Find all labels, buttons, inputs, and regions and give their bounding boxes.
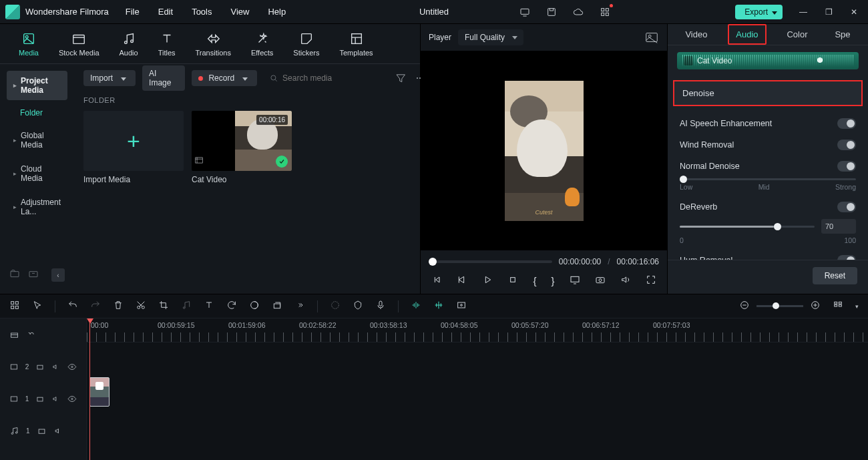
menu-file[interactable]: File: [126, 7, 140, 17]
dereverb-value[interactable]: 70: [821, 219, 856, 234]
menu-edit[interactable]: Edit: [158, 7, 173, 17]
volume-icon[interactable]: [620, 274, 631, 287]
apps-icon[interactable]: [595, 2, 615, 22]
sidebar-global-media[interactable]: ▸Global Media: [7, 126, 67, 155]
cloud-icon[interactable]: [568, 2, 588, 22]
tab-transitions[interactable]: Transitions: [196, 31, 231, 57]
tab-media[interactable]: Media: [19, 31, 39, 57]
minimize-button[interactable]: —: [795, 3, 812, 21]
sidebar-adjustment-layer[interactable]: ▸Adjustment La...: [7, 192, 67, 222]
playhead-scrubber[interactable]: [429, 260, 552, 263]
ai-image-button[interactable]: AI Image: [142, 65, 185, 91]
hum-removal-toggle[interactable]: [837, 255, 856, 260]
tl-view-caret-icon[interactable]: ▾: [855, 303, 859, 310]
tl-audio-sync-icon[interactable]: [411, 300, 421, 312]
tab-effects[interactable]: Effects: [251, 31, 273, 57]
fullscreen-icon[interactable]: [646, 274, 656, 287]
tl-redo-icon[interactable]: [90, 300, 101, 312]
tl-layer-icon[interactable]: [272, 300, 282, 312]
tl-auto-cut-icon[interactable]: [433, 300, 444, 312]
tl-marker-icon[interactable]: [353, 300, 363, 312]
sidebar-folder[interactable]: Folder: [7, 104, 67, 122]
menu-help[interactable]: Help: [268, 7, 286, 17]
track-header-v2[interactable]: 2: [0, 351, 86, 383]
wind-removal-toggle[interactable]: [837, 140, 856, 150]
svg-rect-3: [606, 8, 609, 11]
save-icon[interactable]: [541, 2, 562, 22]
play-icon[interactable]: [482, 274, 493, 287]
ai-speech-toggle[interactable]: [837, 118, 856, 129]
tab-stock-media[interactable]: Stock Media: [59, 31, 99, 57]
tab-templates[interactable]: Templates: [339, 31, 373, 57]
playhead[interactable]: [89, 318, 90, 460]
preview-viewport[interactable]: Cutest: [421, 51, 667, 250]
import-dropdown[interactable]: Import: [83, 70, 136, 86]
denoise-section-header[interactable]: Denoise: [673, 80, 863, 106]
step-back-icon[interactable]: [457, 274, 467, 287]
track-header-v1[interactable]: 1: [0, 383, 86, 415]
close-button[interactable]: ✕: [845, 3, 863, 21]
tl-magnet-icon[interactable]: [9, 300, 20, 312]
tl-select-icon[interactable]: [32, 300, 43, 312]
filter-icon[interactable]: [395, 71, 407, 85]
sidebar-cloud-media[interactable]: ▸Cloud Media: [7, 159, 67, 188]
tl-color-icon[interactable]: [249, 300, 260, 312]
zoom-in-icon[interactable]: [810, 300, 821, 312]
menu-view[interactable]: View: [230, 7, 249, 17]
maximize-button[interactable]: ❐: [820, 3, 837, 21]
timeline-ruler[interactable]: 00:00 00:00:59:15 00:01:59:06 00:02:58:2…: [87, 318, 868, 342]
snapshot-icon[interactable]: [644, 30, 659, 45]
zoom-out-icon[interactable]: [739, 300, 750, 312]
timeline-clip-cat-video[interactable]: [89, 377, 110, 407]
normal-denoise-slider[interactable]: [680, 178, 856, 180]
tl-undo-icon[interactable]: [67, 300, 78, 312]
mark-in-icon[interactable]: {: [533, 275, 536, 286]
folder-heading: FOLDER: [83, 96, 426, 104]
tl-more-icon[interactable]: [294, 300, 305, 312]
menu-tools[interactable]: Tools: [192, 7, 212, 17]
normal-denoise-toggle[interactable]: [837, 161, 856, 172]
camera-icon[interactable]: [595, 274, 606, 287]
display-icon[interactable]: [570, 274, 580, 287]
tl-text-icon[interactable]: [204, 300, 214, 312]
prop-tab-audio[interactable]: Audio: [728, 24, 766, 45]
tl-frame-icon[interactable]: [456, 300, 467, 312]
record-dropdown[interactable]: Record: [192, 70, 257, 86]
track-header-global[interactable]: [0, 318, 86, 351]
export-button[interactable]: Export: [735, 5, 783, 19]
import-media-tile[interactable]: + Import Media: [83, 111, 184, 184]
dereverb-slider[interactable]: [680, 226, 815, 228]
tracks-area[interactable]: [87, 342, 868, 460]
tl-speed-icon[interactable]: [181, 300, 192, 312]
tl-mic-icon[interactable]: [375, 300, 386, 312]
search-input[interactable]: [282, 73, 383, 83]
prop-tab-video[interactable]: Video: [678, 25, 714, 43]
prop-tab-speed[interactable]: Spe: [828, 25, 857, 43]
tab-audio[interactable]: Audio: [120, 31, 138, 57]
tl-view-icon[interactable]: [833, 300, 843, 312]
track-header-a1[interactable]: 1: [0, 415, 86, 447]
dereverb-toggle[interactable]: [837, 202, 856, 212]
prop-tab-color[interactable]: Color: [780, 25, 814, 43]
reset-button[interactable]: Reset: [813, 267, 857, 284]
sidebar-project-media[interactable]: ▸Project Media: [7, 71, 67, 100]
prev-frame-icon[interactable]: [431, 274, 442, 287]
mark-out-icon[interactable]: }: [552, 275, 555, 286]
quality-dropdown[interactable]: Full Quality: [458, 29, 523, 45]
audio-clip-preview[interactable]: Cat Video: [677, 52, 859, 69]
search-field[interactable]: [264, 73, 388, 83]
collapse-sidebar-icon[interactable]: ‹: [51, 268, 65, 282]
tab-stickers[interactable]: Stickers: [293, 31, 319, 57]
tl-delete-icon[interactable]: [113, 300, 124, 312]
tl-cut-icon[interactable]: [136, 300, 146, 312]
device-icon[interactable]: [515, 2, 535, 22]
new-folder-icon[interactable]: [9, 268, 20, 282]
tl-rotate-icon[interactable]: [226, 300, 237, 312]
new-bin-icon[interactable]: [28, 268, 39, 282]
media-clip-cat-video[interactable]: 00:00:16 Cat Video: [192, 111, 292, 184]
tab-titles[interactable]: Titles: [158, 31, 176, 57]
stop-icon[interactable]: [507, 274, 518, 287]
timeline-zoom[interactable]: [739, 300, 821, 312]
tl-crop-icon[interactable]: [158, 300, 169, 312]
tl-track-icon[interactable]: [330, 300, 341, 312]
